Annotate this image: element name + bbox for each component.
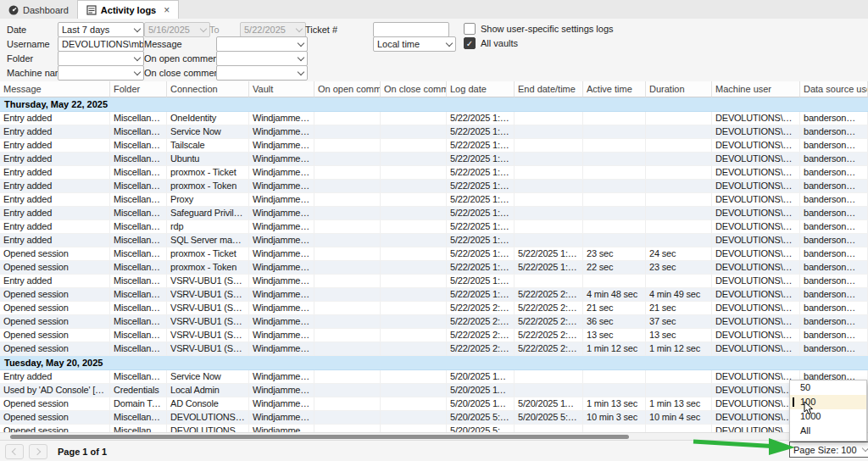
table-row[interactable]: Entry addedMiscellaneous ...VSRV-UBU1 (S… — [0, 275, 868, 288]
time-mode-select[interactable]: Local time — [373, 36, 456, 52]
username-select[interactable]: DEVOLUTIONS\mbeausej — [58, 36, 144, 52]
table-cell: 5/22/2025 1:55:17 PM — [447, 288, 515, 302]
table-cell — [646, 220, 712, 234]
table-row[interactable]: Entry addedMiscellaneous ...Safeguard Pr… — [0, 207, 868, 220]
column-header[interactable]: Duration — [646, 81, 712, 97]
column-header[interactable]: Connection — [167, 81, 249, 97]
table-cell: DEVOLUTIONS\mbeausejo... — [712, 153, 800, 166]
table-row[interactable]: Entry addedMiscellaneous ...ProxyWindjam… — [0, 193, 868, 207]
scrollbar-thumb[interactable] — [10, 435, 629, 439]
table-cell — [314, 153, 381, 166]
table-row[interactable]: Opened sessionMiscellaneous ...proxmox -… — [0, 247, 868, 261]
table-cell — [314, 193, 381, 207]
table-row[interactable]: Entry addedMiscellaneous ...OneIdentityW… — [0, 112, 868, 125]
page-size-option[interactable]: 50 — [790, 380, 866, 395]
table-row[interactable]: Opened sessionMiscellaneous ...proxmox -… — [0, 261, 868, 275]
tab-activity-logs[interactable]: Activity logs × — [77, 0, 179, 19]
table-cell: 36 sec — [583, 315, 646, 329]
machine-name-select[interactable] — [58, 65, 144, 81]
table-row[interactable]: Entry addedMiscellaneous ...proxmox - To… — [0, 180, 868, 193]
table-cell — [314, 112, 381, 125]
table-row[interactable]: Entry addedMiscellaneous ...Service NowW… — [0, 125, 868, 139]
table-cell: DEVOLUTIONS\mbeausejo... — [712, 180, 800, 193]
table-cell — [381, 384, 447, 397]
column-header[interactable]: End date/time — [515, 81, 583, 97]
table-cell — [314, 329, 381, 342]
table-cell: banderson@windja... — [800, 261, 868, 275]
table-cell: 5/22/2025 1:38:35 PM — [447, 234, 515, 247]
table-row[interactable]: Opened sessionMiscellaneous ...VSRV-UBU1… — [0, 288, 868, 302]
table-cell: Opened session — [0, 315, 110, 329]
table-row[interactable]: Entry addedMiscellaneous ...SQL Server m… — [0, 234, 868, 247]
group-header: Thursday, May 22, 2025 — [0, 97, 868, 112]
table-cell: Windjammer QA — [249, 315, 314, 329]
activity-logs-icon — [86, 5, 97, 15]
table-cell: Windjammer QA — [249, 288, 314, 302]
table-cell — [314, 275, 381, 288]
table-cell — [515, 139, 583, 153]
column-header[interactable]: On open comment — [314, 81, 381, 97]
tab-dashboard[interactable]: Dashboard — [0, 1, 77, 19]
table-row[interactable]: Entry addedMiscellaneous ...proxmox - Ti… — [0, 166, 868, 180]
on-close-comment-label: On close comment — [144, 68, 222, 78]
table-row[interactable]: Opened sessionMiscellaneous ...VSRV-UBU1… — [0, 315, 868, 329]
page-size-option[interactable]: 100 — [790, 395, 866, 409]
close-icon[interactable]: × — [164, 4, 170, 16]
page-size-option[interactable]: 1000 — [790, 409, 866, 424]
date-range-select[interactable]: Last 7 days — [58, 22, 144, 37]
on-open-comment-select[interactable] — [216, 51, 308, 66]
all-vaults-checkbox[interactable]: ✓ All vaults — [464, 37, 518, 49]
date-from-select: 5/16/2025 — [144, 22, 210, 37]
show-user-logs-checkbox[interactable]: Show user-specific settings logs — [464, 23, 614, 35]
column-header[interactable]: Message — [0, 81, 110, 97]
table-row[interactable]: Entry addedMiscellaneous ...TailscaleWin… — [0, 139, 868, 153]
table-cell: DEVOLUTIONS\mbeausejo... — [712, 234, 800, 247]
table-row[interactable]: Entry addedMiscellaneous ...UbuntuWindja… — [0, 153, 868, 166]
table-cell — [381, 153, 447, 166]
table-cell: Ubuntu — [167, 153, 249, 166]
table-row[interactable]: Opened sessionMiscellaneous ...VSRV-UBU1… — [0, 329, 868, 342]
table-cell: 5/22/2025 1:20:31 PM — [447, 166, 515, 180]
column-header[interactable]: On close comment — [381, 81, 447, 97]
table-cell: 5/22/2025 2:34:02 PM — [515, 315, 583, 329]
column-header[interactable]: Folder — [110, 81, 167, 97]
table-cell — [646, 193, 712, 207]
column-header[interactable]: Log date — [447, 81, 515, 97]
next-page-button[interactable] — [29, 444, 47, 459]
table-cell — [583, 166, 646, 180]
table-cell — [381, 342, 447, 356]
table-cell — [646, 153, 712, 166]
ticket-input[interactable] — [373, 22, 449, 37]
table-cell: DEVOLUTIONS\mbeausejo... — [712, 166, 800, 180]
table-cell: 1 min 12 sec — [583, 342, 646, 356]
table-cell: 4 min 49 sec — [646, 288, 712, 302]
table-row[interactable]: Entry addedMiscellaneous ...Service NowW… — [0, 370, 868, 384]
on-close-comment-select[interactable] — [216, 65, 308, 81]
table-row[interactable]: Opened sessionMiscellaneous ...VSRV-UBU1… — [0, 302, 868, 315]
table-cell — [646, 275, 712, 288]
table-cell — [646, 234, 712, 247]
table-cell: Windjammer QA — [249, 193, 314, 207]
table-cell: Opened session — [0, 288, 110, 302]
table-cell: Opened session — [0, 261, 110, 275]
table-cell: 5/20/2025 11:46:25 ... — [447, 384, 515, 397]
table-cell: Entry added — [0, 370, 110, 384]
column-header[interactable]: Active time — [583, 81, 646, 97]
prev-page-button[interactable] — [5, 444, 24, 459]
table-row[interactable]: Opened sessionDomain ToolsAD ConsoleWind… — [0, 397, 868, 411]
table-cell — [381, 370, 447, 384]
table-row[interactable]: Opened sessionMiscellaneous ...VSRV-UBU1… — [0, 342, 868, 356]
column-header[interactable]: Vault — [249, 81, 314, 97]
column-header[interactable]: Machine user — [712, 81, 800, 97]
table-cell — [381, 275, 447, 288]
table-row[interactable]: Opened sessionMiscellaneous ...DEVOLUTIO… — [0, 411, 868, 425]
table-row[interactable]: Used by 'AD Console' [Session]Credential… — [0, 384, 868, 397]
message-select[interactable] — [216, 36, 308, 52]
table-row[interactable]: Entry addedMiscellaneous ...rdpWindjamme… — [0, 220, 868, 234]
table-cell: banderson@windja... — [800, 315, 868, 329]
folder-select[interactable] — [58, 51, 144, 66]
table-cell: 13 sec — [646, 329, 712, 342]
table-cell — [381, 139, 447, 153]
page-size-option[interactable]: All — [790, 424, 866, 438]
column-header[interactable]: Data source user — [800, 81, 868, 97]
